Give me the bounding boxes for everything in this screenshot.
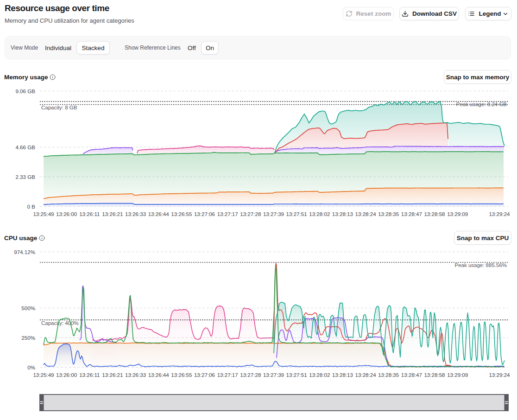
svg-text:13:26:11: 13:26:11 [79,211,100,217]
svg-text:13:27:51: 13:27:51 [286,211,307,217]
svg-text:4.66 GB: 4.66 GB [15,144,35,150]
svg-text:13:27:06: 13:27:06 [194,372,215,378]
svg-text:Peak usage: 885.56%: Peak usage: 885.56% [454,262,507,268]
svg-text:Peak usage: 8.24 GB: Peak usage: 8.24 GB [456,102,507,107]
svg-text:13:28:13: 13:28:13 [332,372,353,378]
svg-text:13:26:11: 13:26:11 [79,372,100,378]
svg-text:13:26:21: 13:26:21 [102,372,123,378]
svg-text:500%: 500% [21,305,35,311]
svg-text:13:25:49: 13:25:49 [33,372,54,378]
svg-text:13:26:00: 13:26:00 [56,372,77,378]
svg-text:13:26:33: 13:26:33 [125,211,146,217]
svg-text:13:26:44: 13:26:44 [148,211,170,217]
svg-text:13:27:39: 13:27:39 [263,211,284,217]
svg-text:974.12%: 974.12% [14,249,35,255]
svg-text:13:28:58: 13:28:58 [424,211,445,217]
svg-text:13:26:55: 13:26:55 [171,372,192,378]
svg-text:13:27:28: 13:27:28 [240,372,261,378]
svg-text:13:28:24: 13:28:24 [355,372,377,378]
svg-text:13:27:17: 13:27:17 [217,372,238,378]
svg-text:13:25:49: 13:25:49 [33,211,54,217]
svg-text:13:26:00: 13:26:00 [56,211,77,217]
svg-text:13:29:24: 13:29:24 [489,372,510,378]
svg-text:13:26:21: 13:26:21 [102,211,123,217]
svg-text:13:28:02: 13:28:02 [309,372,330,378]
svg-text:Capacity: 8 GB: Capacity: 8 GB [41,105,77,110]
svg-text:13:28:24: 13:28:24 [355,211,377,217]
svg-text:0%: 0% [27,364,35,370]
svg-text:13:27:39: 13:27:39 [263,372,284,378]
svg-text:13:27:17: 13:27:17 [217,211,238,217]
svg-text:13:26:55: 13:26:55 [171,211,192,217]
svg-text:13:27:51: 13:27:51 [286,372,307,378]
svg-text:13:26:44: 13:26:44 [148,372,170,378]
svg-text:13:28:35: 13:28:35 [378,372,399,378]
svg-text:0 B: 0 B [27,204,36,210]
svg-text:13:28:47: 13:28:47 [401,211,422,217]
svg-text:13:29:09: 13:29:09 [447,372,468,378]
svg-text:13:27:06: 13:27:06 [194,211,215,217]
svg-text:250%: 250% [21,335,35,341]
svg-text:13:29:24: 13:29:24 [489,211,510,217]
svg-text:2.33 GB: 2.33 GB [15,174,35,180]
svg-text:9.06 GB: 9.06 GB [15,88,35,94]
svg-text:13:29:09: 13:29:09 [447,211,468,217]
svg-text:13:27:28: 13:27:28 [240,211,261,217]
svg-text:13:28:02: 13:28:02 [309,211,330,217]
svg-text:13:28:58: 13:28:58 [424,372,445,378]
svg-text:13:28:47: 13:28:47 [401,372,422,378]
svg-text:13:28:35: 13:28:35 [378,211,399,217]
svg-text:13:28:13: 13:28:13 [332,211,353,217]
svg-text:13:26:33: 13:26:33 [125,372,146,378]
